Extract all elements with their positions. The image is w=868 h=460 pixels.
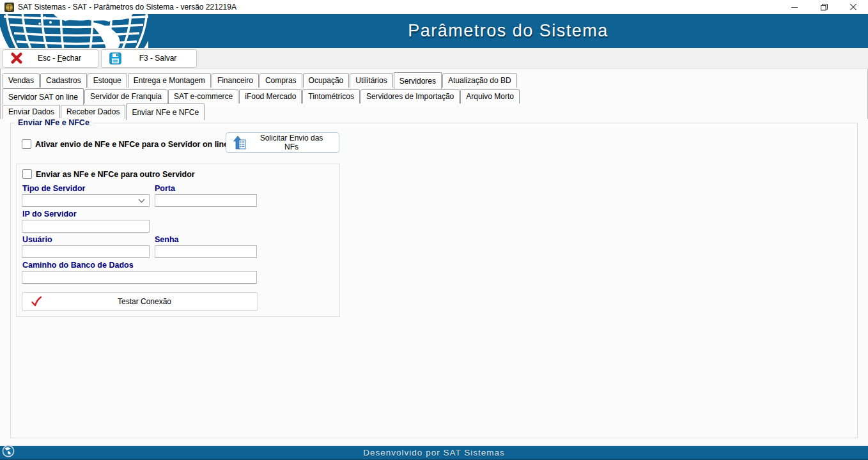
- close-form-label: Esc - Fechar: [30, 54, 98, 63]
- porta-input[interactable]: [155, 194, 257, 207]
- tab-entrega-e-montagem[interactable]: Entrega e Montagem: [128, 73, 211, 88]
- red-x-icon: [3, 52, 30, 65]
- app-icon: [4, 3, 14, 12]
- tab-ocupacao[interactable]: Ocupação: [303, 73, 350, 88]
- tab-strip-level-3: Enviar Dados Receber Dados Enviar NFe e …: [0, 103, 868, 119]
- outro-servidor-checkbox-row: Enviar as NFe e NFCe para outro Servidor: [22, 169, 195, 179]
- restore-icon: [821, 4, 828, 11]
- senha-label: Senha: [155, 235, 179, 244]
- tab-vendas[interactable]: Vendas: [3, 73, 40, 88]
- porta-label: Porta: [155, 184, 175, 193]
- footer-credit: Desenvolvido por SAT Sistemas: [363, 448, 504, 457]
- floppy-disk-icon: [102, 52, 128, 65]
- status-footer: Desenvolvido por SAT Sistemas: [0, 445, 868, 460]
- caminho-banco-label: Caminho do Banco de Dados: [22, 261, 134, 270]
- solicitar-envio-label: Solicitar Envio das NFs: [252, 134, 339, 151]
- toolbar: Esc - Fechar F3 - Salvar: [0, 48, 868, 69]
- tab-enviar-dados[interactable]: Enviar Dados: [3, 105, 60, 119]
- tab-tintometricos[interactable]: Tintométricos: [302, 89, 360, 103]
- tab-estoque[interactable]: Estoque: [88, 73, 127, 88]
- globe-logo: [0, 14, 148, 48]
- tab-strip-level-2: Servidor SAT on line Servidor de Franqui…: [0, 88, 868, 103]
- outro-servidor-checkbox-label: Enviar as NFe e NFCe para outro Servidor: [36, 170, 195, 179]
- app-window: SAT Sistemas - SAT - Parâmetros do Siste…: [0, 0, 868, 460]
- save-label: F3 - Salvar: [128, 54, 196, 63]
- red-check-icon: [22, 296, 50, 307]
- window-controls: [780, 0, 868, 14]
- globe-icon: [2, 445, 15, 457]
- activate-nfe-checkbox-label: Ativar envio de NFe e NFCe para o Servid…: [35, 140, 228, 149]
- enviar-nfe-groupbox: Enviar NFe e NFCe Ativar envio de NFe e …: [10, 123, 858, 438]
- chevron-down-icon: [138, 199, 145, 203]
- outro-servidor-panel: Enviar as NFe e NFCe para outro Servidor…: [16, 164, 340, 317]
- window-title: SAT Sistemas - SAT - Parâmetros do Siste…: [18, 3, 236, 12]
- tab-enviar-nfe-e-nfce[interactable]: Enviar NFe e NFCe: [126, 103, 205, 120]
- caminho-banco-input[interactable]: [22, 271, 257, 284]
- tab-servidores[interactable]: Servidores: [394, 72, 442, 89]
- solicitar-envio-button[interactable]: Solicitar Envio das NFs: [226, 132, 339, 153]
- tab-sat-e-commerce[interactable]: SAT e-commerce: [168, 89, 238, 103]
- tab-strip-level-1: Vendas Cadastros Estoque Entrega e Monta…: [0, 71, 868, 88]
- app-header: Parâmetros do Sistema: [0, 14, 868, 48]
- tab-receber-dados[interactable]: Receber Dados: [61, 105, 125, 119]
- close-form-button[interactable]: Esc - Fechar: [3, 49, 98, 68]
- testar-conexao-button[interactable]: Testar Conexão: [22, 292, 258, 311]
- tipo-de-servidor-select[interactable]: [22, 194, 150, 207]
- tab-financeiro[interactable]: Financeiro: [212, 73, 259, 88]
- usuario-input[interactable]: [22, 245, 150, 258]
- senha-input[interactable]: [155, 245, 257, 258]
- ip-do-servidor-label: IP do Servidor: [22, 210, 77, 218]
- tab-utilitarios[interactable]: Utilitários: [350, 73, 392, 88]
- close-button[interactable]: [839, 0, 868, 14]
- activate-nfe-checkbox-row: Ativar envio de NFe e NFCe para o Servid…: [22, 139, 228, 149]
- groupbox-caption: Enviar NFe e NFCe: [15, 118, 93, 127]
- page-title: Parâmetros do Sistema: [148, 14, 868, 48]
- tab-servidores-de-importacao[interactable]: Servidores de Importação: [360, 89, 460, 103]
- upload-list-icon: [226, 135, 252, 150]
- save-button[interactable]: F3 - Salvar: [101, 49, 197, 68]
- minimize-icon: [791, 4, 798, 10]
- restore-button[interactable]: [809, 0, 839, 14]
- tab-page-content: Enviar NFe e NFCe Ativar envio de NFe e …: [0, 119, 868, 445]
- usuario-label: Usuário: [22, 235, 52, 244]
- tab-atualizacao-do-bd[interactable]: Atualização do BD: [442, 73, 517, 88]
- tab-servidor-de-franquia[interactable]: Servidor de Franquia: [84, 89, 167, 103]
- tab-ifood-mercado[interactable]: iFood Mercado: [239, 89, 302, 103]
- ip-do-servidor-input[interactable]: [22, 220, 150, 233]
- close-icon: [850, 4, 856, 10]
- tipo-de-servidor-label: Tipo de Servidor: [22, 184, 85, 193]
- minimize-button[interactable]: [780, 0, 809, 14]
- tab-servidor-sat-on-line[interactable]: Servidor SAT on line: [3, 88, 84, 105]
- activate-nfe-checkbox[interactable]: [22, 139, 31, 149]
- tab-compras[interactable]: Compras: [260, 73, 302, 88]
- tab-arquivo-morto[interactable]: Arquivo Morto: [460, 89, 520, 103]
- tab-cadastros[interactable]: Cadastros: [40, 73, 87, 88]
- outro-servidor-checkbox[interactable]: [22, 169, 32, 179]
- testar-conexao-label: Testar Conexão: [50, 297, 258, 306]
- titlebar: SAT Sistemas - SAT - Parâmetros do Siste…: [0, 0, 868, 14]
